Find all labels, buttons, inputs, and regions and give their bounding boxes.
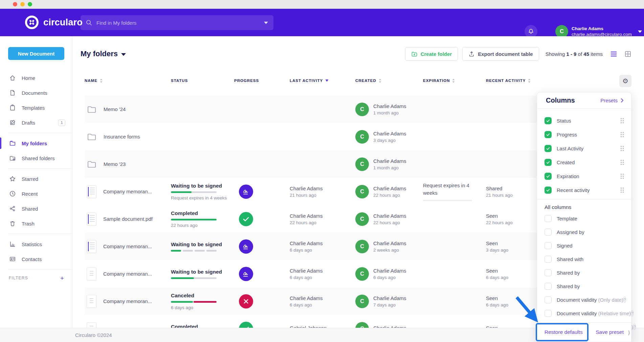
columns-panel-title: Columns	[546, 97, 575, 104]
circularo-logo-icon	[24, 15, 39, 30]
sidebar-item-contacts[interactable]: Contacts	[0, 252, 72, 266]
checkbox-checked[interactable]	[545, 131, 552, 138]
column-toggle-expiration: Expiration	[537, 169, 631, 183]
checkbox-checked[interactable]	[545, 117, 552, 124]
app-header: circularo C Charlie Adams charlie.adams@…	[0, 9, 644, 36]
column-name: Last Activity	[557, 146, 583, 151]
add-filter-button[interactable]: +	[60, 275, 64, 281]
progress-cell	[234, 267, 290, 281]
created-time: 6 days ago	[373, 275, 406, 280]
search-scope-dropdown-icon[interactable]	[264, 22, 268, 24]
search-icon	[86, 20, 92, 26]
column-toggle-created: Created	[537, 155, 631, 169]
checkbox-checked[interactable]	[545, 159, 552, 166]
sidebar-item-statistics[interactable]: Statistics	[0, 237, 72, 252]
created-time: 22 hours ago	[373, 193, 406, 198]
column-name: Progress	[557, 132, 577, 137]
last-activity-cell: Charlie Adams 6 days ago	[290, 295, 355, 307]
creator-name: Charlie Adams	[373, 158, 406, 164]
item-name: Memo '23	[104, 161, 126, 167]
created-time: 2 weeks ago	[373, 248, 406, 253]
check-icon	[240, 323, 252, 328]
checkbox-unchecked[interactable]	[545, 242, 552, 249]
export-document-table-button[interactable]: Export document table	[462, 47, 539, 61]
create-folder-button[interactable]: Create folder	[405, 47, 458, 61]
checkbox-unchecked[interactable]	[545, 296, 552, 303]
creator-avatar: C	[355, 103, 369, 116]
created-time: 1 month ago	[373, 165, 406, 170]
restore-defaults-button[interactable]: Restore defaults	[545, 329, 583, 335]
checkbox-checked[interactable]	[545, 173, 552, 180]
column-header-expiration[interactable]: EXPIRATION	[423, 79, 486, 83]
progress-status-badge	[239, 267, 253, 281]
drag-handle-icon[interactable]	[621, 132, 624, 137]
progress-cell	[234, 294, 290, 308]
minimize-window-button[interactable]	[20, 2, 25, 6]
list-view-toggle[interactable]	[610, 50, 617, 58]
sidebar-item-starred[interactable]: Starred	[0, 171, 72, 186]
column-header-name[interactable]: NAME	[85, 79, 171, 83]
item-name: Memo '24	[104, 106, 126, 112]
sidebar-item-recent[interactable]: Recent	[0, 186, 72, 201]
sidebar-item-label: Statistics	[22, 241, 42, 247]
drag-handle-icon[interactable]	[621, 188, 624, 193]
sidebar-item-shared[interactable]: Shared	[0, 201, 72, 216]
sidebar-item-drafts[interactable]: Drafts1	[0, 115, 72, 130]
sidebar-divider	[8, 133, 72, 133]
sidebar-item-label: Templates	[22, 105, 45, 111]
column-toggle-recent-activity: Recent activity	[537, 183, 631, 197]
column-header-recent-activity[interactable]: RECENT ACTIVITY	[486, 79, 631, 83]
sidebar-item-templates[interactable]: Templates	[0, 100, 72, 115]
page-title-dropdown[interactable]: My folders	[81, 49, 126, 58]
help-icon[interactable]: ?	[633, 324, 636, 330]
sidebar-item-documents[interactable]: Documents	[0, 85, 72, 100]
last-activity-time: 6 days ago	[290, 248, 355, 253]
checkbox-unchecked[interactable]	[545, 283, 552, 290]
checkbox-checked[interactable]	[545, 187, 552, 194]
bell-icon	[528, 28, 534, 35]
checkbox-checked[interactable]	[545, 145, 552, 152]
new-document-button[interactable]: New Document	[8, 47, 64, 60]
table-header-row: NAME STATUSPROGRESSLAST ACTIVITY CREATED…	[85, 76, 631, 86]
sidebar-item-trash[interactable]: Trash	[0, 216, 72, 231]
search-input[interactable]	[96, 20, 264, 26]
app-logo[interactable]: circularo	[24, 15, 83, 30]
sidebar-item-shared-folders[interactable]: Shared folders	[0, 151, 72, 166]
drag-handle-icon[interactable]	[621, 118, 624, 123]
status-cell: Completed22 hours ago	[171, 210, 234, 228]
signature-icon	[240, 241, 252, 252]
creator-name: Charlie Adams	[373, 268, 406, 274]
sidebar-item-badge: 1	[58, 120, 65, 126]
sidebar-item-label: Trash	[22, 221, 35, 227]
close-window-button[interactable]	[13, 2, 17, 6]
help-icon[interactable]: ?	[623, 297, 626, 303]
drag-handle-icon[interactable]	[621, 146, 624, 151]
checkbox-unchecked[interactable]	[545, 256, 552, 263]
contacts-icon	[9, 256, 16, 262]
zoom-window-button[interactable]	[28, 2, 32, 6]
presets-link[interactable]: Presets	[600, 98, 624, 103]
sidebar-item-my-folders[interactable]: My folders	[0, 136, 72, 151]
checkbox-unchecked[interactable]	[545, 310, 552, 317]
checkbox-unchecked[interactable]	[545, 215, 552, 222]
document-icon	[9, 89, 16, 96]
drag-handle-icon[interactable]	[621, 160, 624, 165]
column-header-created[interactable]: CREATED	[355, 79, 423, 83]
sidebar-item-home[interactable]: Home	[0, 70, 72, 85]
checkbox-unchecked[interactable]	[545, 229, 552, 236]
global-search[interactable]	[81, 15, 273, 30]
progress-status-badge	[239, 239, 253, 254]
progress-bar	[171, 191, 217, 193]
share-icon	[9, 205, 16, 212]
last-activity-time: 22 hours ago	[290, 220, 355, 225]
progress-cell	[234, 322, 290, 328]
column-header-last-activity[interactable]: LAST ACTIVITY	[290, 79, 355, 83]
checkbox-unchecked[interactable]	[545, 269, 552, 276]
column-name: Created	[557, 159, 575, 165]
column-name: Template	[557, 216, 577, 221]
save-preset-button[interactable]: Save preset	[596, 329, 624, 335]
create-folder-label: Create folder	[421, 51, 452, 57]
grid-view-toggle[interactable]	[624, 50, 631, 58]
filters-section: FILTERS+	[0, 272, 72, 284]
drag-handle-icon[interactable]	[621, 174, 624, 179]
